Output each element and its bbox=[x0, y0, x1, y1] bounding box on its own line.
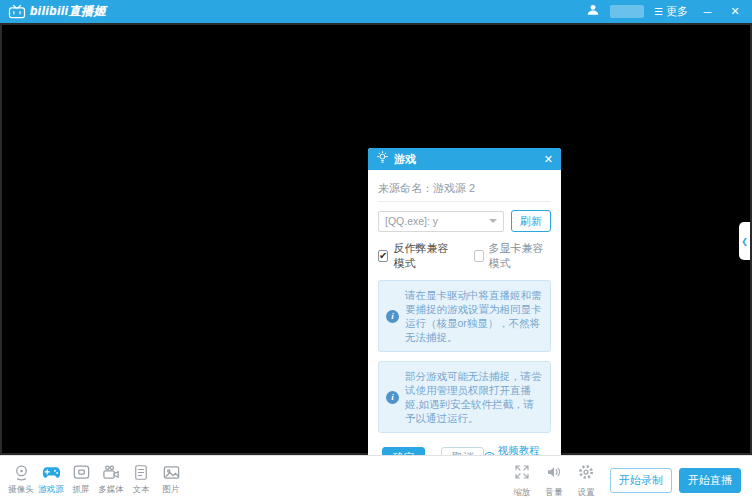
text-source-icon bbox=[132, 463, 150, 482]
dialog-header: 游戏 ✕ bbox=[368, 148, 561, 170]
panel-collapse-tab[interactable]: ❮ bbox=[739, 222, 750, 260]
dialog-close-button[interactable]: ✕ bbox=[544, 154, 553, 165]
source-name-input[interactable]: 游戏源 2 bbox=[433, 181, 551, 196]
source-buttons: 摄像头 游戏源 bbox=[6, 459, 186, 496]
app-title: bilibili直播姬 bbox=[30, 3, 106, 20]
refresh-button[interactable]: 刷新 bbox=[511, 210, 551, 232]
webcam-icon bbox=[12, 463, 31, 482]
volume-icon bbox=[545, 463, 563, 485]
window-close-button[interactable]: ✕ bbox=[726, 5, 744, 18]
multigpu-compat-checkbox[interactable]: 多显卡兼容模式 bbox=[474, 241, 552, 271]
process-select-value: [QQ.exe]: y bbox=[385, 215, 438, 227]
minimize-button[interactable]: ─ bbox=[698, 6, 716, 18]
checkbox-checked-icon: ✔ bbox=[378, 250, 388, 262]
gpu-driver-notice: i 请在显卡驱动中将直播姬和需要捕捉的游戏设置为相同显卡运行（核显or独显），不… bbox=[378, 280, 551, 352]
app-logo: bilibili直播姬 bbox=[8, 3, 106, 20]
image-source-icon bbox=[162, 463, 181, 482]
source-webcam-button[interactable]: 摄像头 bbox=[6, 459, 36, 496]
media-camera-icon bbox=[101, 463, 121, 482]
source-text-button[interactable]: 文本 bbox=[126, 459, 156, 496]
source-name-row: 来源命名： 游戏源 2 bbox=[378, 176, 551, 202]
source-game-button[interactable]: 游戏源 bbox=[36, 459, 66, 496]
source-label: 文本 bbox=[133, 484, 150, 496]
tv-logo-icon bbox=[8, 4, 26, 19]
info-circle-icon: i bbox=[386, 391, 399, 404]
bottom-toolbar: 摄像头 游戏源 bbox=[0, 455, 752, 500]
username-placeholder[interactable] bbox=[610, 5, 644, 18]
gamepad-icon bbox=[41, 463, 62, 482]
admin-rights-notice-text: 部分游戏可能无法捕捉，请尝试使用管理员权限打开直播姬,如遇到安全软件拦截，请予以… bbox=[405, 369, 543, 425]
source-media-button[interactable]: 多媒体 bbox=[96, 459, 126, 496]
info-circle-icon: i bbox=[386, 310, 399, 323]
source-label: 摄像头 bbox=[8, 484, 34, 496]
checkbox-unchecked-icon bbox=[474, 250, 484, 262]
source-image-button[interactable]: 图片 bbox=[156, 459, 186, 496]
source-name-label: 来源命名： bbox=[378, 181, 433, 196]
more-menu-button[interactable]: ☰ 更多 bbox=[654, 4, 688, 19]
start-record-button[interactable]: 开始录制 bbox=[610, 468, 672, 493]
settings-gear-icon bbox=[577, 463, 595, 485]
admin-rights-notice: i 部分游戏可能无法捕捉，请尝试使用管理员权限打开直播姬,如遇到安全软件拦截，请… bbox=[378, 361, 551, 433]
control-label: 缩放 bbox=[514, 487, 531, 499]
hamburger-icon: ☰ bbox=[654, 6, 663, 17]
collapse-chevron-icon: ❮ bbox=[741, 237, 748, 246]
start-stream-button[interactable]: 开始直播 bbox=[679, 468, 741, 493]
source-screen-capture-button[interactable]: 抓屏 bbox=[66, 459, 96, 496]
chevron-down-icon bbox=[489, 219, 497, 223]
volume-button[interactable]: 音量 bbox=[538, 459, 570, 499]
zoom-scale-button[interactable]: 缩放 bbox=[506, 459, 538, 499]
anticheat-compat-checkbox[interactable]: ✔ 反作弊兼容模式 bbox=[378, 241, 456, 271]
source-label: 抓屏 bbox=[73, 484, 90, 496]
multigpu-compat-label: 多显卡兼容模式 bbox=[489, 241, 551, 271]
game-source-dialog: 游戏 ✕ 来源命名： 游戏源 2 [QQ.exe]: y 刷新 ✔ 反作弊兼容模… bbox=[368, 148, 561, 482]
screen-capture-icon bbox=[72, 463, 91, 482]
bulb-tip-icon bbox=[376, 150, 389, 168]
right-controls: 缩放 音量 设置 bbox=[506, 459, 602, 499]
gpu-driver-notice-text: 请在显卡驱动中将直播姬和需要捕捉的游戏设置为相同显卡运行（核显or独显），不然将… bbox=[405, 288, 543, 344]
app-window: bilibili直播姬 ☰ 更多 ─ ✕ ❮ bbox=[0, 0, 752, 500]
more-label: 更多 bbox=[666, 4, 688, 19]
source-label: 游戏源 bbox=[38, 484, 64, 496]
control-label: 设置 bbox=[578, 487, 595, 499]
titlebar: bilibili直播姬 ☰ 更多 ─ ✕ bbox=[0, 0, 752, 23]
control-label: 音量 bbox=[546, 487, 563, 499]
user-icon[interactable] bbox=[586, 3, 600, 21]
anticheat-compat-label: 反作弊兼容模式 bbox=[393, 241, 455, 271]
dialog-title: 游戏 bbox=[394, 152, 416, 167]
expand-icon bbox=[513, 463, 531, 485]
process-select[interactable]: [QQ.exe]: y bbox=[378, 211, 504, 232]
source-label: 多媒体 bbox=[98, 484, 124, 496]
settings-button[interactable]: 设置 bbox=[570, 459, 602, 499]
source-label: 图片 bbox=[163, 484, 180, 496]
